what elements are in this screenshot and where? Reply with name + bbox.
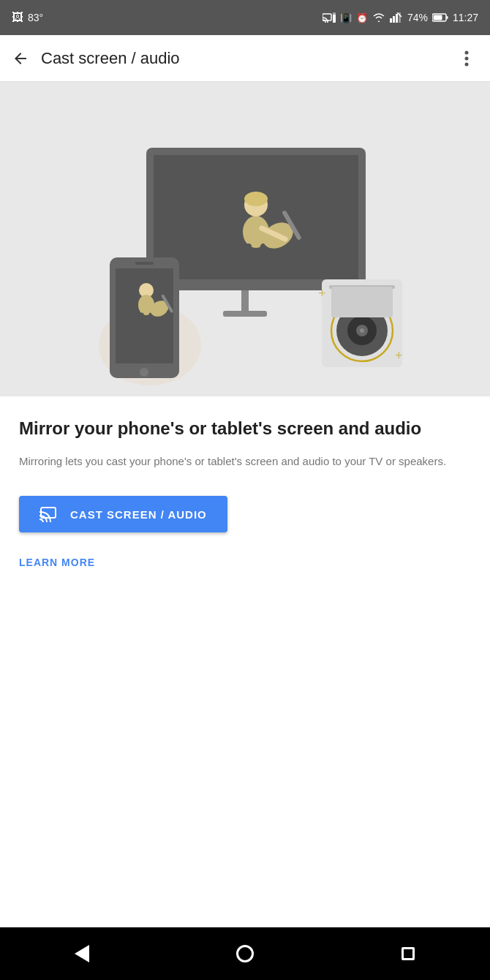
- svg-rect-17: [241, 290, 249, 312]
- svg-point-11: [465, 50, 469, 54]
- photo-icon: 🖼: [12, 11, 23, 24]
- svg-rect-5: [396, 14, 398, 23]
- status-left: 🖼 83°: [12, 11, 43, 24]
- svg-point-33: [360, 328, 364, 333]
- status-right: 📳 ⏰ 74% 11:27: [323, 12, 478, 23]
- svg-point-13: [465, 62, 469, 66]
- nav-recents-icon: [402, 947, 415, 960]
- time: 11:27: [453, 12, 478, 23]
- temperature: 83°: [28, 12, 43, 23]
- svg-rect-18: [223, 311, 267, 317]
- svg-point-12: [465, 56, 469, 60]
- wifi-icon: [372, 12, 385, 23]
- hero-illustration: + +: [0, 82, 490, 396]
- main-heading: Mirror your phone's or tablet's screen a…: [19, 417, 471, 440]
- svg-rect-40: [116, 268, 173, 363]
- more-options-button[interactable]: [449, 41, 484, 76]
- signal-icon: [390, 12, 403, 23]
- battery-icon: [432, 13, 448, 22]
- battery-percent: 74%: [407, 12, 428, 23]
- content-area: Mirror your phone's or tablet's screen a…: [0, 396, 490, 927]
- svg-rect-4: [393, 16, 395, 23]
- svg-point-47: [140, 368, 148, 377]
- svg-point-21: [244, 192, 268, 206]
- status-bar: 🖼 83° 📳 ⏰ 74%: [0, 0, 490, 35]
- cast-status-icon: [323, 12, 336, 23]
- description-text: Mirroring lets you cast your phone's or …: [19, 453, 471, 470]
- svg-text:+: +: [318, 286, 326, 301]
- nav-back-icon: [75, 945, 89, 962]
- nav-recents-button[interactable]: [386, 932, 430, 976]
- svg-rect-2: [333, 15, 336, 23]
- vibrate-icon: 📳: [340, 12, 352, 23]
- nav-back-button[interactable]: [60, 932, 104, 976]
- cast-screen-audio-button[interactable]: CAST SCREEN / AUDIO: [19, 496, 227, 532]
- nav-home-button[interactable]: [223, 932, 267, 976]
- app-bar: Cast screen / audio: [0, 35, 490, 82]
- cast-button-label: CAST SCREEN / AUDIO: [70, 508, 207, 521]
- cast-button-icon: [39, 506, 60, 522]
- svg-rect-9: [433, 15, 442, 20]
- svg-text:+: +: [395, 348, 403, 363]
- nav-bar: [0, 927, 490, 980]
- svg-rect-48: [135, 262, 154, 265]
- alarm-icon: ⏰: [356, 12, 368, 23]
- nav-home-icon: [236, 945, 254, 962]
- learn-more-link[interactable]: LEARN MORE: [19, 557, 95, 568]
- svg-rect-34: [331, 287, 393, 317]
- svg-rect-10: [446, 16, 448, 19]
- svg-rect-3: [390, 18, 392, 23]
- page-title: Cast screen / audio: [41, 49, 449, 68]
- back-button[interactable]: [3, 41, 38, 76]
